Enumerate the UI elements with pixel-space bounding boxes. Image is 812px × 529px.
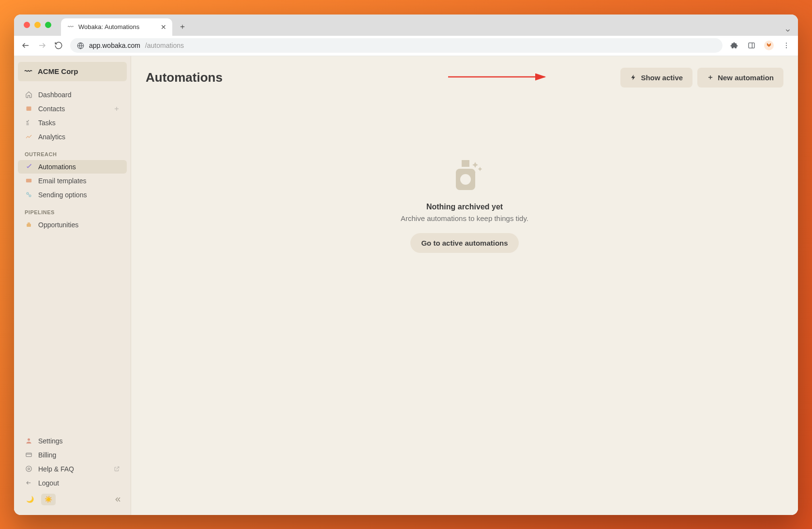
svg-point-30	[460, 174, 471, 185]
sidebar: 〰 ACME Corp Dashboard Contacts Tasks	[14, 56, 131, 515]
plus-icon[interactable]	[113, 105, 120, 112]
browser-tab[interactable]: 〰 Wobaka: Automations ✕	[61, 18, 172, 36]
forward-button[interactable]	[37, 41, 47, 50]
tab-overflow-chevron-icon[interactable]	[784, 27, 798, 36]
svg-point-24	[28, 468, 30, 470]
app-shell: 〰 ACME Corp Dashboard Contacts Tasks	[14, 56, 798, 515]
go-to-active-button[interactable]: Go to active automations	[410, 233, 518, 253]
moon-icon: 🌙	[26, 496, 34, 503]
tasks-icon	[25, 119, 32, 127]
section-pipelines: PIPELINES	[18, 202, 127, 218]
external-link-icon	[114, 466, 120, 472]
empty-title: Nothing archived yet	[426, 203, 503, 211]
nav-label: Tasks	[38, 119, 56, 127]
sidebar-item-settings[interactable]: Settings	[18, 434, 127, 448]
wobaka-favicon-icon: 〰	[67, 23, 75, 31]
reload-button[interactable]	[54, 41, 63, 50]
svg-rect-9	[26, 106, 31, 111]
svg-point-7	[786, 45, 787, 46]
company-name: ACME Corp	[38, 67, 78, 75]
sidebar-item-contacts[interactable]: Contacts	[18, 102, 127, 116]
sidebar-item-dashboard[interactable]: Dashboard	[18, 88, 127, 102]
sidebar-item-tasks[interactable]: Tasks	[18, 116, 127, 130]
nav-pipelines: Opportunities	[18, 218, 127, 232]
new-tab-button[interactable]: ＋	[174, 19, 191, 35]
sidebar-item-opportunities[interactable]: Opportunities	[18, 218, 127, 232]
nav-label: Help & FAQ	[38, 465, 74, 473]
close-tab-icon[interactable]: ✕	[161, 23, 166, 31]
show-active-button[interactable]: Show active	[620, 68, 692, 88]
nav-label: Opportunities	[38, 221, 78, 229]
send-settings-icon	[25, 191, 32, 199]
svg-point-6	[786, 43, 787, 44]
svg-point-15	[27, 192, 29, 194]
button-label: New automation	[718, 73, 774, 82]
profile-avatar-icon[interactable]	[764, 41, 774, 50]
nav-label: Billing	[38, 451, 56, 459]
back-button[interactable]	[21, 41, 30, 50]
close-window-icon[interactable]	[24, 22, 30, 28]
main-content: Automations Show active New automation	[131, 56, 798, 515]
svg-rect-19	[28, 222, 30, 224]
maximize-window-icon[interactable]	[45, 22, 51, 28]
svg-rect-14	[26, 179, 31, 183]
analytics-icon	[25, 133, 32, 141]
extensions-puzzle-icon[interactable]	[729, 41, 739, 50]
sidebar-item-email-templates[interactable]: Email templates	[18, 174, 127, 188]
email-icon	[25, 177, 32, 185]
theme-light-button[interactable]: ☀️	[41, 494, 56, 505]
sidebar-item-automations[interactable]: Automations	[18, 160, 127, 174]
lightning-icon	[630, 74, 637, 81]
panel-icon[interactable]	[747, 41, 756, 50]
minimize-window-icon[interactable]	[34, 22, 41, 28]
globe-icon	[77, 42, 84, 49]
kebab-menu-icon[interactable]	[782, 41, 791, 50]
nav-label: Analytics	[38, 133, 65, 141]
logout-icon	[25, 479, 32, 487]
browser-window: 〰 Wobaka: Automations ✕ ＋ app.wobaka.com…	[14, 15, 798, 515]
sidebar-item-billing[interactable]: Billing	[18, 448, 127, 462]
button-label: Show active	[641, 73, 683, 82]
nav-label: Dashboard	[38, 91, 72, 99]
svg-point-23	[26, 466, 31, 471]
svg-rect-4	[749, 43, 754, 48]
new-automation-button[interactable]: New automation	[697, 68, 783, 88]
tab-title: Wobaka: Automations	[78, 23, 157, 30]
settings-person-icon	[25, 437, 32, 445]
svg-rect-18	[27, 224, 31, 227]
collapse-sidebar-button[interactable]	[114, 496, 122, 503]
nav-label: Sending options	[38, 191, 87, 199]
url-field[interactable]: app.wobaka.com/automations	[70, 38, 722, 53]
company-logo-icon: 〰	[25, 67, 32, 75]
sidebar-item-analytics[interactable]: Analytics	[18, 130, 127, 144]
svg-point-20	[28, 439, 30, 441]
browser-action-icons	[729, 41, 791, 50]
url-host: app.wobaka.com	[89, 42, 140, 49]
theme-dark-button[interactable]: 🌙	[23, 494, 37, 505]
billing-card-icon	[25, 451, 32, 459]
home-icon	[25, 91, 32, 99]
plus-icon	[707, 74, 714, 81]
browser-tab-strip: 〰 Wobaka: Automations ✕ ＋	[14, 15, 798, 36]
svg-point-8	[786, 47, 787, 48]
button-label: Go to active automations	[421, 239, 508, 247]
sidebar-item-logout[interactable]: Logout	[18, 476, 127, 490]
nav-label: Automations	[38, 163, 76, 171]
sidebar-item-help[interactable]: Help & FAQ	[18, 462, 127, 476]
company-switcher[interactable]: 〰 ACME Corp	[18, 62, 127, 81]
svg-rect-31	[462, 160, 469, 167]
nav-label: Logout	[38, 479, 59, 487]
theme-row: 🌙 ☀️	[18, 490, 127, 509]
nav-main: Dashboard Contacts Tasks Analytics	[18, 88, 127, 144]
sun-icon: ☀️	[45, 496, 52, 503]
nav-outreach: Automations Email templates Sending opti…	[18, 160, 127, 202]
svg-point-16	[29, 195, 31, 197]
nav-label: Contacts	[38, 105, 65, 113]
browser-address-bar: app.wobaka.com/automations	[14, 36, 798, 56]
sidebar-item-sending-options[interactable]: Sending options	[18, 188, 127, 202]
empty-illustration-icon	[445, 155, 484, 194]
page-header: Automations Show active New automation	[146, 68, 783, 88]
nav-footer: Settings Billing Help & FAQ Logout	[18, 434, 127, 490]
automation-icon	[25, 163, 32, 171]
empty-state: Nothing archived yet Archive automations…	[146, 155, 783, 253]
